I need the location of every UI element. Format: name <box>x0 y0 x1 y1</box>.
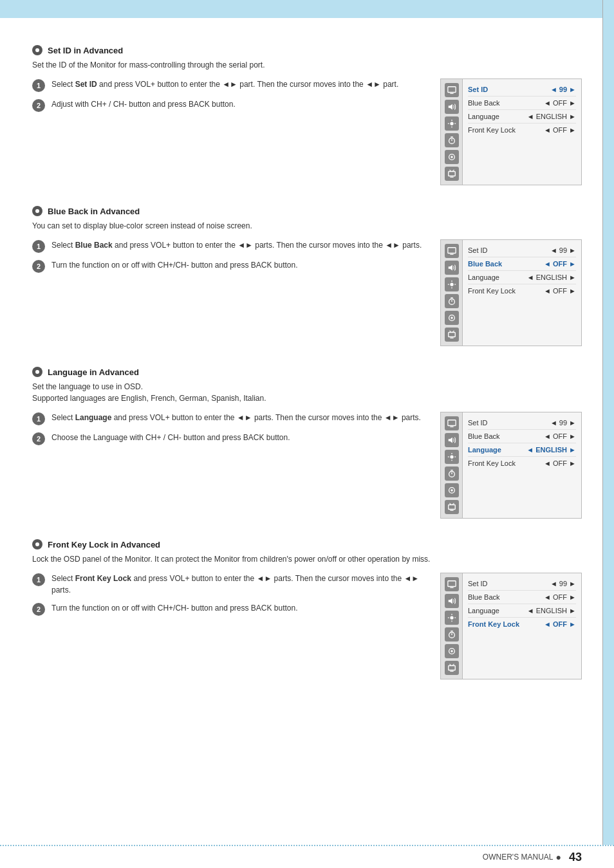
section-desc-language: Set the language to use in OSD.Supported… <box>32 381 582 404</box>
osd-menu-value-set-id-1: ◄ OFF ► <box>544 99 576 107</box>
osd-sidebar-icon-brightness <box>445 450 459 464</box>
svg-point-27 <box>451 317 453 319</box>
svg-rect-0 <box>447 87 455 93</box>
osd-sidebar-icon-options <box>445 483 459 497</box>
step-text-blue-back-2: Turn the function on or off with CH+/CH-… <box>51 259 298 271</box>
osd-menu-row-blue-back-0: Set ID◄ 99 ► <box>468 244 576 257</box>
step-num-language-1: 1 <box>32 412 45 425</box>
osd-sidebar-icon-brightness <box>445 277 459 291</box>
footer: OWNER'S MANUAL ● 43 <box>0 845 614 868</box>
osd-menu-label-language-2: Language <box>468 446 501 454</box>
svg-rect-12 <box>448 172 455 176</box>
osd-menu-blue-back: Set ID◄ 99 ►Blue Back◄ OFF ►Language◄ EN… <box>463 240 581 346</box>
osd-menu-row-language-3: Front Key Lock◄ OFF ► <box>468 457 576 470</box>
osd-menu-value-set-id-2: ◄ ENGLISH ► <box>527 113 576 120</box>
svg-rect-32 <box>447 420 455 426</box>
osd-sidebar-icon-volume <box>445 261 459 275</box>
osd-sidebar-icon-tv <box>445 500 459 514</box>
osd-menu-value-front-key-lock-2: ◄ ENGLISH ► <box>527 607 576 614</box>
svg-point-59 <box>451 650 453 652</box>
step-text-front-key-lock-2: Turn the function on or off with CH+/CH-… <box>51 602 298 614</box>
osd-menu-label-blue-back-3: Front Key Lock <box>468 287 516 295</box>
osd-menu-value-front-key-lock-1: ◄ OFF ► <box>544 593 576 601</box>
section-title-text-language: Language in Advanced <box>48 367 139 377</box>
osd-menu-label-set-id-2: Language <box>468 113 499 120</box>
right-bar <box>602 0 614 868</box>
osd-menu-label-language-0: Set ID <box>468 419 488 427</box>
step-blue-back-1: 1Select Blue Back and press VOL+ button … <box>32 239 427 253</box>
section-title-blue-back: Blue Back in Advanced <box>32 206 582 216</box>
top-bar <box>0 0 614 18</box>
osd-panel-language: Set ID◄ 99 ►Blue Back◄ OFF ►Language◄ EN… <box>440 412 582 519</box>
section-language: Language in AdvancedSet the language to … <box>32 367 582 519</box>
section-blue-back: Blue Back in AdvancedYou can set to disp… <box>32 206 582 346</box>
osd-sidebar-icon-options <box>445 311 459 325</box>
osd-menu-label-language-1: Blue Back <box>468 432 500 440</box>
svg-rect-60 <box>448 666 455 670</box>
step-text-language-1: Select Language and press VOL+ button to… <box>51 412 421 423</box>
osd-menu-front-key-lock: Set ID◄ 99 ►Blue Back◄ OFF ►Language◄ EN… <box>463 573 581 679</box>
steps-language: 1Select Language and press VOL+ button t… <box>32 412 427 452</box>
osd-sidebar-icon-timer <box>445 466 459 481</box>
section-desc-front-key-lock: Lock the OSD panel of the Monitor. It ca… <box>32 553 582 565</box>
osd-menu-value-language-0: ◄ 99 ► <box>550 419 576 427</box>
osd-menu-label-set-id-0: Set ID <box>468 86 488 93</box>
step-set-id-2: 2Adjust with CH+ / CH- button and press … <box>32 98 427 112</box>
osd-menu-value-blue-back-0: ◄ 99 ► <box>550 246 576 254</box>
section-icon-language <box>32 367 42 377</box>
osd-menu-value-blue-back-2: ◄ ENGLISH ► <box>527 273 576 281</box>
osd-panel-blue-back: Set ID◄ 99 ►Blue Back◄ OFF ►Language◄ EN… <box>440 239 582 346</box>
osd-menu-language: Set ID◄ 99 ►Blue Back◄ OFF ►Language◄ EN… <box>463 412 581 518</box>
footer-page-number: 43 <box>569 851 582 864</box>
svg-rect-16 <box>447 248 455 254</box>
step-num-set-id-1: 1 <box>32 79 45 92</box>
osd-sidebar-icon-brightness <box>445 116 459 131</box>
osd-menu-value-set-id-3: ◄ OFF ► <box>544 126 576 134</box>
osd-menu-label-blue-back-0: Set ID <box>468 246 488 254</box>
step-num-set-id-2: 2 <box>32 99 45 112</box>
section-title-text-front-key-lock: Front Key Lock in Advanced <box>48 540 160 549</box>
osd-menu-row-language-2: Language◄ ENGLISH ► <box>468 443 576 457</box>
step-text-set-id-1: Select Set ID and press VOL+ button to e… <box>51 78 398 90</box>
osd-menu-value-language-2: ◄ ENGLISH ► <box>526 446 576 454</box>
step-blue-back-2: 2Turn the function on or off with CH+/CH… <box>32 259 427 273</box>
content: Set ID in AdvancedSet the ID of the Moni… <box>32 45 582 679</box>
steps-set-id: 1Select Set ID and press VOL+ button to … <box>32 78 427 118</box>
svg-rect-28 <box>448 333 455 337</box>
svg-point-2 <box>450 122 453 125</box>
osd-sidebar-icon-timer <box>445 294 459 308</box>
svg-point-50 <box>450 616 453 619</box>
step-num-front-key-lock-2: 2 <box>32 603 45 616</box>
osd-menu-value-set-id-0: ◄ 99 ► <box>550 86 576 93</box>
osd-menu-row-blue-back-3: Front Key Lock◄ OFF ► <box>468 284 576 297</box>
osd-menu-row-set-id-0: Set ID◄ 99 ► <box>468 83 576 97</box>
osd-sidebar-icon-screen <box>445 244 459 258</box>
section-body-language: 1Select Language and press VOL+ button t… <box>32 412 582 519</box>
svg-point-11 <box>451 156 453 158</box>
osd-menu-label-blue-back-2: Language <box>468 273 499 281</box>
step-language-2: 2Choose the Language with CH+ / CH- butt… <box>32 432 427 445</box>
osd-menu-label-front-key-lock-1: Blue Back <box>468 593 500 601</box>
osd-sidebar-front-key-lock <box>441 573 463 679</box>
osd-sidebar-icon-volume <box>445 594 459 608</box>
step-num-front-key-lock-1: 1 <box>32 573 45 586</box>
section-body-front-key-lock: 1Select Front Key Lock and press VOL+ bu… <box>32 573 582 679</box>
step-num-language-2: 2 <box>32 432 45 445</box>
osd-menu-label-front-key-lock-2: Language <box>468 607 499 614</box>
step-front-key-lock-2: 2Turn the function on or off with CH+/CH… <box>32 602 427 616</box>
osd-menu-row-blue-back-1: Blue Back◄ OFF ► <box>468 257 576 271</box>
svg-rect-48 <box>447 581 455 587</box>
osd-menu-value-blue-back-3: ◄ OFF ► <box>544 287 576 295</box>
osd-sidebar-icon-screen <box>445 577 459 591</box>
section-title-set-id: Set ID in Advanced <box>32 45 582 55</box>
osd-sidebar-set-id <box>441 79 463 185</box>
step-language-1: 1Select Language and press VOL+ button t… <box>32 412 427 425</box>
osd-menu-label-set-id-3: Front Key Lock <box>468 126 516 134</box>
page: Set ID in AdvancedSet the ID of the Moni… <box>0 0 614 868</box>
osd-menu-row-language-1: Blue Back◄ OFF ► <box>468 430 576 443</box>
step-front-key-lock-1: 1Select Front Key Lock and press VOL+ bu… <box>32 573 427 596</box>
osd-menu-value-language-1: ◄ OFF ► <box>544 432 576 440</box>
section-desc-blue-back: You can set to display blue-color screen… <box>32 220 582 232</box>
step-num-blue-back-1: 1 <box>32 240 45 253</box>
section-title-front-key-lock: Front Key Lock in Advanced <box>32 539 582 549</box>
